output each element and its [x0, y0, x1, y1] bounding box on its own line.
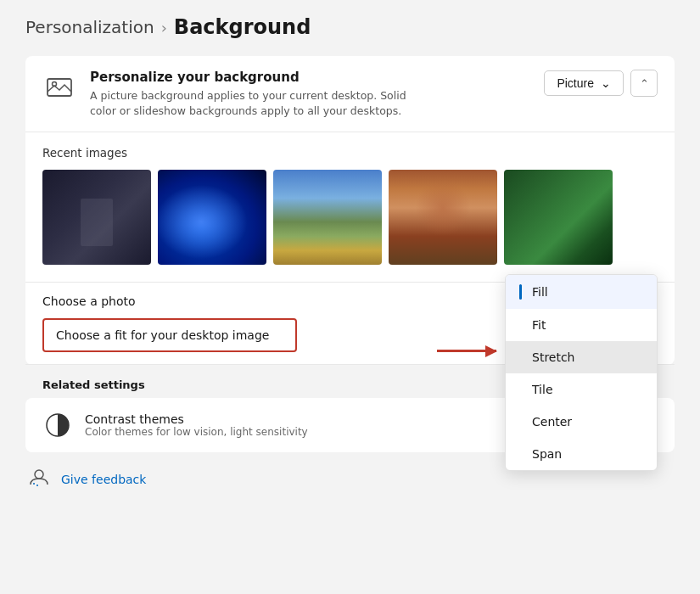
background-icon: [42, 71, 76, 105]
contrast-icon: [42, 410, 73, 440]
selected-indicator: [519, 284, 522, 300]
fit-label: Fit: [532, 318, 546, 332]
dropdown-item-center[interactable]: Center: [506, 406, 657, 438]
choose-fit-box[interactable]: Choose a fit for your desktop image: [42, 318, 297, 352]
recent-images-section: Recent images: [25, 132, 675, 283]
related-left: Contrast themes Color themes for low vis…: [42, 410, 308, 440]
images-row: [42, 170, 658, 265]
contrast-themes-desc: Color themes for low vision, light sensi…: [85, 426, 308, 438]
chevron-down-icon: ⌄: [601, 76, 611, 90]
center-label: Center: [532, 415, 572, 429]
fit-dropdown-menu: Fill Fit Stretch Tile Center Span: [505, 274, 658, 471]
dropdown-item-fit[interactable]: Fit: [506, 309, 657, 341]
image-thumb-3[interactable]: [273, 170, 382, 265]
dropdown-item-stretch[interactable]: Stretch: [506, 341, 657, 373]
related-text: Contrast themes Color themes for low vis…: [85, 412, 308, 438]
image-thumb-4[interactable]: [389, 170, 497, 265]
personalize-desc: A picture background applies to your cur…: [90, 88, 412, 118]
personalize-title: Personalize your background: [90, 70, 412, 85]
settings-page: Personalization › Background Personalize…: [0, 0, 700, 594]
main-card: Personalize your background A picture ba…: [25, 56, 675, 365]
feedback-icon: [29, 468, 53, 491]
picture-dropdown[interactable]: Picture ⌄: [544, 70, 624, 96]
collapse-button[interactable]: ⌃: [630, 70, 658, 97]
recent-images-label: Recent images: [42, 146, 658, 160]
choose-photo-section: Choose a photo Choose a fit for your des…: [25, 283, 675, 365]
arrow-indicator: [437, 350, 496, 352]
image-thumb-2[interactable]: [158, 170, 266, 265]
choose-fit-label: Choose a fit for your desktop image: [56, 328, 269, 342]
chevron-up-icon: ⌃: [640, 77, 649, 90]
personalize-controls: Picture ⌄ ⌃: [544, 70, 658, 97]
breadcrumb: Personalization › Background: [25, 15, 675, 39]
picture-dropdown-label: Picture: [557, 76, 594, 90]
arrow-line: [437, 350, 496, 352]
dropdown-item-tile[interactable]: Tile: [506, 373, 657, 406]
image-thumb-5[interactable]: [504, 170, 613, 265]
personalize-left: Personalize your background A picture ba…: [42, 70, 412, 118]
svg-point-4: [33, 483, 35, 485]
contrast-themes-title: Contrast themes: [85, 412, 308, 426]
breadcrumb-parent[interactable]: Personalization: [25, 17, 154, 37]
tile-label: Tile: [532, 383, 553, 396]
fill-label: Fill: [532, 285, 548, 299]
span-label: Span: [532, 447, 562, 461]
dropdown-item-fill[interactable]: Fill: [506, 275, 657, 309]
personalize-text: Personalize your background A picture ba…: [90, 70, 412, 118]
image-thumb-1[interactable]: [42, 170, 151, 265]
breadcrumb-separator: ›: [161, 19, 167, 36]
give-feedback-link[interactable]: Give feedback: [61, 473, 146, 486]
stretch-label: Stretch: [532, 350, 575, 364]
svg-point-1: [53, 82, 57, 87]
svg-point-3: [35, 470, 43, 479]
dropdown-item-span[interactable]: Span: [506, 438, 657, 470]
breadcrumb-current: Background: [174, 15, 311, 39]
personalize-section: Personalize your background A picture ba…: [25, 56, 675, 132]
svg-point-5: [36, 485, 38, 486]
